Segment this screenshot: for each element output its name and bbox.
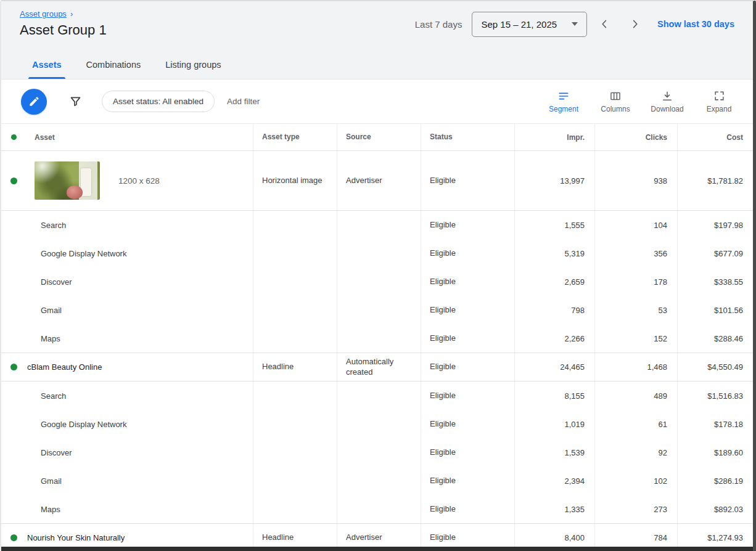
source-cell xyxy=(337,239,421,267)
impressions-cell-value: 24,465 xyxy=(560,362,585,372)
column-header-label: Status xyxy=(430,133,453,142)
cost-cell-value: $677.09 xyxy=(714,249,743,258)
cost-cell-value: $4,550.49 xyxy=(707,362,743,372)
status-cell: Eligible xyxy=(421,296,514,324)
asset-status-filter-chip[interactable]: Asset status: All enabled xyxy=(102,91,215,112)
asset-row[interactable]: cBlam Beauty OnlineHeadlineAutomatically… xyxy=(1,353,753,382)
column-header-source[interactable]: Source xyxy=(337,124,421,150)
status-cell-value: Eligible xyxy=(430,176,456,186)
source-cell xyxy=(337,438,421,467)
asset-type-cell xyxy=(253,296,337,324)
prev-date-button[interactable] xyxy=(591,10,618,38)
column-header-label: Impr. xyxy=(567,133,585,142)
status-cell: Eligible xyxy=(421,267,514,296)
asset-type-cell xyxy=(253,324,337,353)
column-header-asset[interactable]: Asset xyxy=(26,124,253,150)
asset-label: Gmail xyxy=(27,306,62,315)
status-cell-value: Eligible xyxy=(430,391,456,401)
show-last-30-days-link[interactable]: Show last 30 days xyxy=(657,19,734,29)
asset-row[interactable]: 1200 x 628Horizontal imageAdvertiserElig… xyxy=(1,150,753,211)
date-preset-label: Last 7 days xyxy=(415,19,462,30)
status-cell: Eligible xyxy=(421,382,514,410)
filter-button[interactable] xyxy=(69,95,82,108)
clicks-cell: 178 xyxy=(594,267,677,296)
asset-type-cell-value: Horizontal image xyxy=(262,176,323,186)
column-header-impr[interactable]: Impr. xyxy=(514,124,594,150)
add-filter-button[interactable]: Add filter xyxy=(227,97,260,106)
clicks-cell: 61 xyxy=(594,410,677,438)
segment-row[interactable]: SearchEligible1,555104$197.98 xyxy=(1,211,753,239)
asset-cell: Google Display Network xyxy=(26,410,253,438)
cost-cell-value: $189.60 xyxy=(714,448,743,457)
source-cell xyxy=(337,410,421,438)
clicks-cell: 273 xyxy=(594,495,677,523)
asset-label: Maps xyxy=(27,505,60,514)
segment-row[interactable]: MapsEligible1,335273$892.03 xyxy=(1,495,753,523)
impressions-cell-value: 2,266 xyxy=(564,334,585,343)
asset-cell: Gmail xyxy=(26,296,253,324)
status-dot-cell xyxy=(1,382,26,410)
asset-label: Search xyxy=(27,391,66,401)
status-cell-value: Eligible xyxy=(430,419,456,430)
segment-row[interactable]: GmailEligible79853$101.56 xyxy=(1,296,753,324)
bottom-scrollbar[interactable] xyxy=(1,547,753,551)
cost-cell: $1,516.83 xyxy=(677,382,753,410)
impressions-cell-value: 13,997 xyxy=(560,176,585,186)
clicks-cell-value: 784 xyxy=(654,533,667,542)
impressions-cell: 798 xyxy=(514,296,594,324)
column-header-label: Asset xyxy=(35,133,55,142)
segment-row[interactable]: GmailEligible2,394102$286.19 xyxy=(1,467,753,495)
cost-cell: $4,550.49 xyxy=(677,353,753,381)
breadcrumb-link-asset-groups[interactable]: Asset groups xyxy=(20,9,67,18)
tab-bar: Assets Combinations Listing groups xyxy=(20,51,234,79)
impressions-cell: 13,997 xyxy=(514,151,594,210)
clicks-cell-value: 53 xyxy=(659,306,667,315)
clicks-cell-value: 61 xyxy=(659,420,667,429)
source-cell xyxy=(337,495,421,523)
segment-row[interactable]: SearchEligible8,155489$1,516.83 xyxy=(1,382,753,410)
chevron-down-icon xyxy=(572,22,578,26)
impressions-cell-value: 1,019 xyxy=(564,420,585,429)
next-date-button[interactable] xyxy=(622,10,649,38)
clicks-cell: 152 xyxy=(594,324,677,353)
status-dot-header xyxy=(1,124,26,150)
expand-button[interactable]: Expand xyxy=(701,90,737,113)
segment-button[interactable]: Segment xyxy=(546,90,581,113)
status-cell-value: Eligible xyxy=(430,447,456,458)
asset-cell: Discover xyxy=(26,267,253,296)
clicks-cell-value: 102 xyxy=(654,476,667,486)
column-header-cost[interactable]: Cost xyxy=(677,124,753,150)
segment-row[interactable]: Google Display NetworkEligible1,01961$17… xyxy=(1,410,753,438)
tab-combinations[interactable]: Combinations xyxy=(74,51,154,79)
column-header-label: Asset type xyxy=(262,133,300,142)
clicks-cell: 938 xyxy=(594,151,677,210)
cost-cell: $892.03 xyxy=(677,495,753,523)
status-dot-cell xyxy=(1,438,26,467)
edit-button[interactable] xyxy=(21,89,47,115)
tab-listing-groups[interactable]: Listing groups xyxy=(153,51,233,79)
column-header-clicks[interactable]: Clicks xyxy=(594,124,677,150)
asset-type-cell xyxy=(253,495,337,523)
tab-assets[interactable]: Assets xyxy=(20,51,74,79)
page-header: Asset groups › Asset Group 1 Last 7 days… xyxy=(1,1,753,80)
segment-row[interactable]: DiscoverEligible2,659178$338.55 xyxy=(1,267,753,296)
columns-button[interactable]: Columns xyxy=(598,90,633,113)
clicks-cell: 104 xyxy=(594,211,677,239)
cost-cell: $677.09 xyxy=(677,239,753,267)
date-range-selector[interactable]: Sep 15 – 21, 2025 xyxy=(472,12,587,37)
clicks-cell: 102 xyxy=(594,467,677,495)
cost-cell-value: $286.19 xyxy=(714,476,743,486)
download-button[interactable]: Download xyxy=(649,90,685,113)
asset-label: Search xyxy=(27,221,66,230)
column-header-status[interactable]: Status xyxy=(421,124,514,150)
segment-row[interactable]: DiscoverEligible1,53992$189.60 xyxy=(1,438,753,467)
status-cell-value: Eligible xyxy=(430,305,456,316)
segment-row[interactable]: MapsEligible2,266152$288.46 xyxy=(1,324,753,353)
segment-row[interactable]: Google Display NetworkEligible5,319356$6… xyxy=(1,239,753,267)
impressions-cell: 1,019 xyxy=(514,410,594,438)
column-header-asset-type[interactable]: Asset type xyxy=(253,124,337,150)
cost-cell-value: $1,516.83 xyxy=(707,391,743,401)
status-cell-value: Eligible xyxy=(430,220,456,231)
status-cell: Eligible xyxy=(421,151,514,210)
flower-art xyxy=(67,186,83,199)
